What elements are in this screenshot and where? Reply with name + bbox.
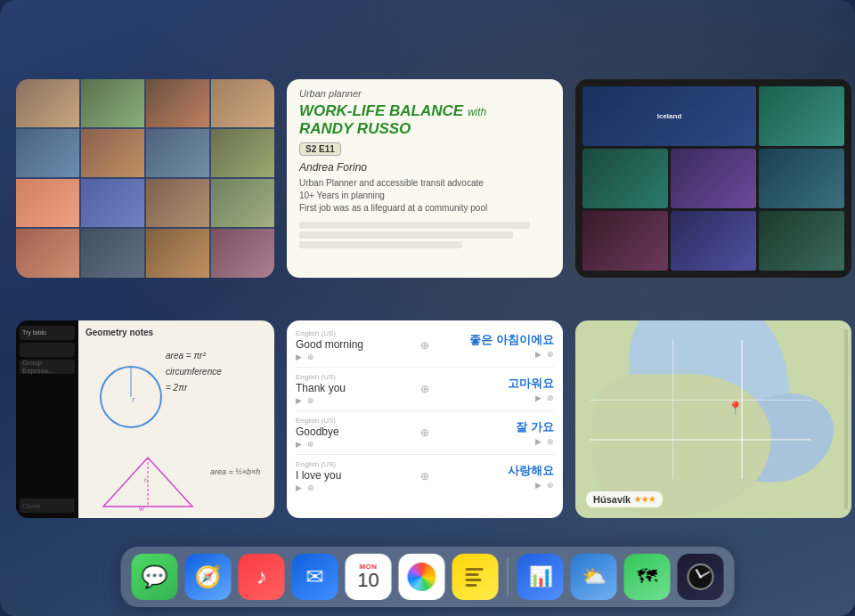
translate-row: English (US) Goodbye ▶ ⊕ ⊕ 잘 가요 ▶ ⊕ [296, 417, 554, 455]
translate-source-icons: ▶ ⊕ [296, 440, 413, 449]
photo-thumb [146, 129, 209, 177]
keynote-slide [759, 149, 844, 208]
dock-notes-icon[interactable] [452, 554, 499, 600]
dock-keynote-icon[interactable]: 📊 [517, 554, 564, 600]
translate-copy-icon[interactable]: ⊕ [547, 481, 554, 490]
photo-thumb [146, 79, 209, 127]
translate-source-icons: ▶ ⊕ [296, 353, 413, 361]
translate-target-icons: ▶ ⊕ [436, 437, 554, 446]
photos-app-card[interactable]: 🌸 Photos [16, 79, 274, 278]
translate-play-icon[interactable]: ▶ [296, 440, 302, 449]
photo-thumb [16, 229, 79, 277]
translate-target-icons: ▶ ⊕ [436, 393, 554, 402]
keynote-presenter-icon: 📊 [528, 565, 552, 588]
map-road [590, 439, 810, 441]
photo-thumb [146, 179, 209, 227]
translate-copy-icon[interactable]: ⊕ [547, 393, 554, 402]
photo-thumb [16, 129, 79, 177]
keynote-app-card[interactable]: 📊 Keynote Iceland Iceland [575, 79, 851, 278]
map-scrollbar[interactable] [844, 329, 848, 510]
dock-music-icon[interactable]: ♪ [239, 554, 285, 600]
weather-icon: ⛅ [582, 565, 606, 588]
keynote-slide [671, 211, 756, 271]
triangle-svg: w h [94, 449, 201, 511]
translate-copy-icon[interactable]: ⊕ [547, 350, 554, 359]
notes-line [466, 568, 484, 571]
notes-icon-lines [463, 564, 488, 589]
translate-play-icon[interactable]: ▶ [296, 353, 302, 361]
triangle-formula: area = ½×b×h [210, 467, 260, 476]
map-road [672, 340, 674, 479]
dock-calendar-icon[interactable]: MON 10 [346, 554, 392, 600]
keynote-slide [582, 211, 668, 271]
dock-mail-icon[interactable]: ✉ [292, 554, 338, 600]
photo-thumb [81, 179, 144, 227]
translate-play-icon[interactable]: ▶ [535, 393, 542, 402]
keynote-slide [759, 211, 844, 271]
translate-copy-icon[interactable]: ⊕ [547, 437, 554, 446]
translate-copy-icon[interactable]: ⊕ [307, 353, 314, 361]
music-icon: ♪ [256, 564, 267, 589]
map-location-text: Húsavík [593, 494, 631, 505]
notes-heading-with: with [468, 106, 486, 118]
dock-worldclock-icon[interactable] [678, 554, 724, 600]
translate-source-icons: ▶ ⊕ [296, 396, 413, 405]
notes-line [466, 579, 482, 581]
keynote-slide [671, 149, 756, 208]
maps-app-card[interactable]: 🗺 Maps Húsavík [575, 320, 851, 519]
dock-weather-icon[interactable]: ⛅ [571, 554, 617, 600]
calc-sidebar: Try tablo Group Express... Close [16, 320, 78, 519]
calc-paper: Geometry notes r area = πr² circumferenc… [78, 320, 274, 519]
translate-play-icon[interactable]: ▶ [296, 396, 302, 405]
translate-row: English (US) Thank you ▶ ⊕ ⊕ 고마워요 ▶ ⊕ [296, 373, 554, 411]
maps-content: Húsavík ★★★ [575, 320, 851, 519]
triangle-section: w h area = ½×b×h [86, 450, 267, 511]
translate-copy-icon[interactable]: ⊕ [307, 483, 314, 492]
notes-lines [299, 222, 550, 268]
notes-desc-line2: 10+ Years in planning [299, 190, 550, 202]
translate-arrow: ⊕ [420, 470, 429, 482]
worldclock-face [688, 563, 714, 590]
translate-app-card[interactable]: 💬 Translate English (US) Good morning ▶ … [287, 320, 563, 519]
notes-heading-main: WORK-LIFE BALANCE [299, 102, 463, 119]
dock-photos-icon[interactable] [399, 554, 445, 600]
app-switcher-grid: 🌸 Photos [16, 49, 839, 518]
translate-copy-icon[interactable]: ⊕ [307, 440, 314, 449]
translate-source: English (US) Good morning ▶ ⊕ [296, 329, 413, 361]
translate-copy-icon[interactable]: ⊕ [307, 396, 314, 405]
dock-maps-icon[interactable]: 🗺 [624, 554, 671, 600]
photos-icon-shape [408, 563, 436, 591]
map-location-label: Húsavík ★★★ [586, 491, 663, 507]
translate-play-icon[interactable]: ▶ [535, 481, 542, 490]
notes-content: Urban planner WORK-LIFE BALANCE with RAN… [287, 79, 563, 278]
translate-play-icon[interactable]: ▶ [296, 483, 302, 492]
translate-target-icons: ▶ ⊕ [436, 350, 554, 359]
notes-line [466, 584, 477, 587]
notes-heading-name: RANDY RUSSO [299, 120, 411, 137]
svg-text:h: h [144, 477, 148, 483]
translate-target: 고마워요 ▶ ⊕ [436, 376, 554, 402]
translate-play-icon[interactable]: ▶ [535, 437, 542, 446]
translate-play-icon[interactable]: ▶ [535, 350, 542, 359]
translate-target: 좋은 아침이에요 ▶ ⊕ [436, 332, 554, 359]
photo-thumb [211, 129, 274, 177]
photo-thumb [81, 79, 144, 127]
dock-safari-icon[interactable]: 🧭 [185, 554, 232, 600]
mail-icon: ✉ [306, 564, 324, 589]
translate-target: 사랑해요 ▶ ⊕ [436, 463, 554, 490]
photo-thumb [16, 79, 79, 127]
calc-formula: area = πr² circumference = 2πr [166, 348, 267, 396]
calc-sidebar-item: Try tablo [20, 326, 75, 340]
calendar-content: MON 10 [346, 554, 392, 600]
notes-author: Andrea Forino [299, 161, 550, 174]
notes-content-title: Urban planner [299, 88, 550, 99]
dock-messages-icon[interactable]: 💬 [132, 554, 178, 600]
notes-app-card[interactable]: Notes Urban planner Urban planner WORK-L… [287, 79, 563, 278]
keynote-slide: Iceland [582, 86, 756, 146]
map-road [590, 400, 810, 401]
calculator-app-card[interactable]: 🧮 Calculator Try tablo Group Express... … [16, 320, 274, 519]
notes-desc: Urban Planner and accessible transit adv… [299, 177, 550, 215]
translate-source: English (US) I love you ▶ ⊕ [296, 460, 413, 492]
photo-thumb [81, 229, 144, 277]
photo-thumb [146, 229, 209, 277]
